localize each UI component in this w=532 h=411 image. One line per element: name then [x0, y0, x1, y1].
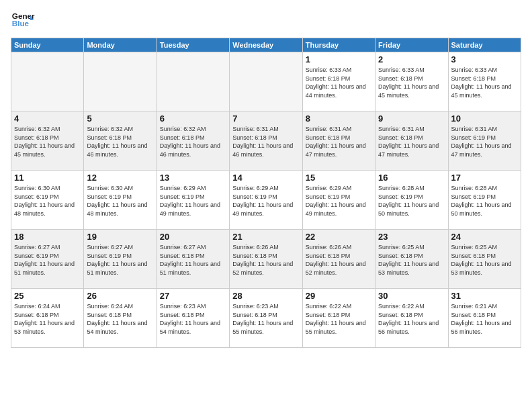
day-info: Sunrise: 6:31 AMSunset: 6:18 PMDaylight:…	[306, 125, 372, 158]
day-info: Sunrise: 6:28 AMSunset: 6:19 PMDaylight:…	[451, 184, 518, 218]
day-info: Sunrise: 6:28 AMSunset: 6:19 PMDaylight:…	[378, 184, 445, 218]
day-number: 11	[14, 173, 81, 183]
day-info: Sunrise: 6:32 AMSunset: 6:18 PMDaylight:…	[160, 125, 226, 158]
logo: General Blue	[11, 8, 35, 32]
main-container: General Blue SundayMondayTuesdayWednesda…	[0, 0, 532, 411]
calendar-day: 19Sunrise: 6:27 AMSunset: 6:19 PMDayligh…	[84, 230, 157, 289]
day-number: 5	[87, 113, 153, 124]
day-info: Sunrise: 6:29 AMSunset: 6:19 PMDaylight:…	[306, 184, 372, 218]
calendar-day: 22Sunrise: 6:26 AMSunset: 6:18 PMDayligh…	[302, 230, 375, 289]
calendar-day: 10Sunrise: 6:31 AMSunset: 6:19 PMDayligh…	[448, 111, 521, 171]
logo-icon: General Blue	[11, 8, 35, 32]
day-info: Sunrise: 6:33 AMSunset: 6:18 PMDaylight:…	[378, 66, 445, 99]
calendar-day: 15Sunrise: 6:29 AMSunset: 6:19 PMDayligh…	[302, 171, 375, 230]
day-number: 2	[378, 54, 445, 64]
weekday-header-thursday: Thursday	[302, 38, 375, 52]
day-number: 25	[14, 291, 81, 301]
day-info: Sunrise: 6:23 AMSunset: 6:18 PMDaylight:…	[232, 302, 299, 336]
calendar-table: SundayMondayTuesdayWednesdayThursdayFrid…	[11, 38, 521, 348]
day-number: 30	[378, 291, 445, 301]
day-number: 31	[451, 291, 518, 301]
weekday-header-monday: Monday	[84, 38, 157, 52]
calendar-day: 12Sunrise: 6:30 AMSunset: 6:19 PMDayligh…	[84, 171, 157, 230]
weekday-header-row: SundayMondayTuesdayWednesdayThursdayFrid…	[11, 38, 521, 52]
day-info: Sunrise: 6:24 AMSunset: 6:18 PMDaylight:…	[14, 302, 81, 336]
day-info: Sunrise: 6:31 AMSunset: 6:19 PMDaylight:…	[451, 125, 518, 158]
calendar-week-row: 4Sunrise: 6:32 AMSunset: 6:18 PMDaylight…	[11, 111, 521, 171]
calendar-day: 13Sunrise: 6:29 AMSunset: 6:19 PMDayligh…	[157, 171, 229, 230]
day-info: Sunrise: 6:26 AMSunset: 6:18 PMDaylight:…	[306, 243, 372, 277]
day-number: 17	[451, 173, 518, 183]
calendar-week-row: 25Sunrise: 6:24 AMSunset: 6:18 PMDayligh…	[11, 289, 521, 348]
calendar-day: 2Sunrise: 6:33 AMSunset: 6:18 PMDaylight…	[375, 52, 448, 111]
day-number: 8	[306, 113, 372, 124]
day-number: 14	[232, 173, 299, 183]
calendar-day: 21Sunrise: 6:26 AMSunset: 6:18 PMDayligh…	[230, 230, 302, 289]
day-number: 7	[232, 113, 299, 124]
day-info: Sunrise: 6:23 AMSunset: 6:18 PMDaylight:…	[160, 302, 226, 336]
day-info: Sunrise: 6:30 AMSunset: 6:19 PMDaylight:…	[14, 184, 81, 218]
day-info: Sunrise: 6:25 AMSunset: 6:18 PMDaylight:…	[378, 243, 445, 277]
calendar-day	[230, 52, 302, 111]
day-info: Sunrise: 6:32 AMSunset: 6:18 PMDaylight:…	[14, 125, 81, 158]
calendar-day: 23Sunrise: 6:25 AMSunset: 6:18 PMDayligh…	[375, 230, 448, 289]
weekday-header-sunday: Sunday	[11, 38, 84, 52]
weekday-header-tuesday: Tuesday	[157, 38, 229, 52]
calendar-day: 5Sunrise: 6:32 AMSunset: 6:18 PMDaylight…	[84, 111, 157, 171]
day-number: 10	[451, 113, 518, 124]
day-number: 20	[160, 232, 226, 242]
day-number: 22	[306, 232, 372, 242]
calendar-day: 30Sunrise: 6:22 AMSunset: 6:18 PMDayligh…	[375, 289, 448, 348]
day-number: 19	[87, 232, 153, 242]
day-info: Sunrise: 6:29 AMSunset: 6:19 PMDaylight:…	[232, 184, 299, 218]
day-info: Sunrise: 6:27 AMSunset: 6:19 PMDaylight:…	[14, 243, 81, 277]
svg-text:Blue: Blue	[12, 19, 30, 28]
calendar-day: 24Sunrise: 6:25 AMSunset: 6:18 PMDayligh…	[448, 230, 521, 289]
day-number: 6	[160, 113, 226, 124]
calendar-day: 6Sunrise: 6:32 AMSunset: 6:18 PMDaylight…	[157, 111, 229, 171]
calendar-week-row: 18Sunrise: 6:27 AMSunset: 6:19 PMDayligh…	[11, 230, 521, 289]
calendar-day: 1Sunrise: 6:33 AMSunset: 6:18 PMDaylight…	[302, 52, 375, 111]
day-number: 13	[160, 173, 226, 183]
calendar-week-row: 11Sunrise: 6:30 AMSunset: 6:19 PMDayligh…	[11, 171, 521, 230]
day-info: Sunrise: 6:25 AMSunset: 6:18 PMDaylight:…	[451, 243, 518, 277]
day-info: Sunrise: 6:24 AMSunset: 6:18 PMDaylight:…	[87, 302, 153, 336]
day-number: 4	[14, 113, 81, 124]
day-number: 3	[451, 54, 518, 64]
calendar-day: 7Sunrise: 6:31 AMSunset: 6:18 PMDaylight…	[230, 111, 302, 171]
day-number: 9	[378, 113, 445, 124]
calendar-day: 18Sunrise: 6:27 AMSunset: 6:19 PMDayligh…	[11, 230, 84, 289]
calendar-day: 9Sunrise: 6:31 AMSunset: 6:18 PMDaylight…	[375, 111, 448, 171]
day-number: 15	[306, 173, 372, 183]
calendar-week-row: 1Sunrise: 6:33 AMSunset: 6:18 PMDaylight…	[11, 52, 521, 111]
calendar-day: 28Sunrise: 6:23 AMSunset: 6:18 PMDayligh…	[230, 289, 302, 348]
day-info: Sunrise: 6:33 AMSunset: 6:18 PMDaylight:…	[451, 66, 518, 99]
day-info: Sunrise: 6:27 AMSunset: 6:19 PMDaylight:…	[87, 243, 153, 277]
day-info: Sunrise: 6:22 AMSunset: 6:18 PMDaylight:…	[378, 302, 445, 336]
calendar-day: 14Sunrise: 6:29 AMSunset: 6:19 PMDayligh…	[230, 171, 302, 230]
day-number: 26	[87, 291, 153, 301]
calendar-day: 11Sunrise: 6:30 AMSunset: 6:19 PMDayligh…	[11, 171, 84, 230]
day-info: Sunrise: 6:29 AMSunset: 6:19 PMDaylight:…	[160, 184, 226, 218]
day-info: Sunrise: 6:31 AMSunset: 6:18 PMDaylight:…	[378, 125, 445, 158]
day-number: 12	[87, 173, 153, 183]
calendar-day: 31Sunrise: 6:21 AMSunset: 6:18 PMDayligh…	[448, 289, 521, 348]
day-number: 24	[451, 232, 518, 242]
day-number: 21	[232, 232, 299, 242]
day-info: Sunrise: 6:26 AMSunset: 6:18 PMDaylight:…	[232, 243, 299, 277]
day-info: Sunrise: 6:32 AMSunset: 6:18 PMDaylight:…	[87, 125, 153, 158]
calendar-day	[157, 52, 229, 111]
day-info: Sunrise: 6:21 AMSunset: 6:18 PMDaylight:…	[451, 302, 518, 336]
calendar-day: 20Sunrise: 6:27 AMSunset: 6:18 PMDayligh…	[157, 230, 229, 289]
day-number: 16	[378, 173, 445, 183]
calendar-day: 25Sunrise: 6:24 AMSunset: 6:18 PMDayligh…	[11, 289, 84, 348]
calendar-day: 16Sunrise: 6:28 AMSunset: 6:19 PMDayligh…	[375, 171, 448, 230]
day-number: 18	[14, 232, 81, 242]
day-info: Sunrise: 6:33 AMSunset: 6:18 PMDaylight:…	[306, 66, 372, 99]
calendar-day: 17Sunrise: 6:28 AMSunset: 6:19 PMDayligh…	[448, 171, 521, 230]
day-number: 23	[378, 232, 445, 242]
day-info: Sunrise: 6:22 AMSunset: 6:18 PMDaylight:…	[306, 302, 372, 336]
calendar-day	[84, 52, 157, 111]
header: General Blue	[11, 8, 521, 32]
day-number: 28	[232, 291, 299, 301]
